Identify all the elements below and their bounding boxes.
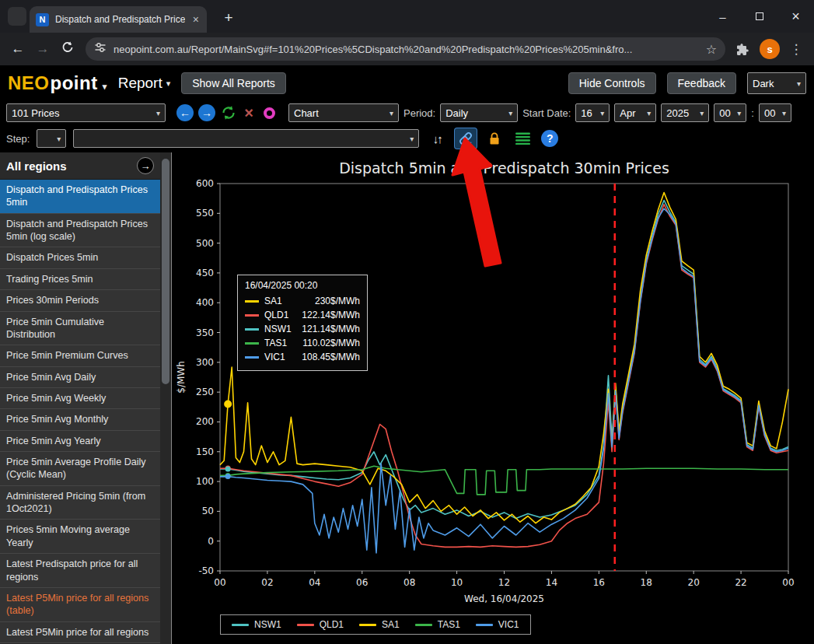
tooltip-row: QLD1122.14$/MWh: [245, 310, 360, 320]
sort-button[interactable]: ↓↑: [426, 128, 448, 149]
browser-menu-icon[interactable]: ⋮: [784, 41, 808, 58]
forward-icon[interactable]: →: [31, 41, 54, 57]
x-tick-label: 14: [546, 577, 557, 588]
expand-arrow-icon[interactable]: →: [137, 157, 154, 174]
maximize-icon[interactable]: [741, 0, 777, 33]
sidebar-item[interactable]: Latest Predispatch price for all regions: [0, 554, 160, 588]
sidebar-item[interactable]: Price 5min Avg Weekly: [0, 388, 160, 409]
sidebar-item[interactable]: Trading Prices 5min: [0, 269, 160, 290]
sidebar-item[interactable]: Latest P5Min price for all regions (tabl…: [0, 588, 160, 622]
scrollbar-thumb[interactable]: [162, 159, 169, 384]
show-all-reports-button[interactable]: Show All Reports: [181, 72, 286, 94]
legend-entry[interactable]: QLD1: [297, 619, 344, 630]
hover-marker-VIC1: [225, 474, 231, 479]
caret-icon: ▾: [782, 109, 786, 117]
step-select[interactable]: ▾: [37, 129, 66, 148]
refresh-button[interactable]: [220, 104, 237, 121]
feedback-button[interactable]: Feedback: [667, 72, 736, 94]
chart-area: 600550500450400350300250200150100500-500…: [171, 152, 814, 644]
sidebar-item[interactable]: Dispatch and Predispatch Prices 5min (lo…: [0, 214, 160, 248]
reload-icon[interactable]: [56, 40, 79, 58]
tab-close-icon[interactable]: ×: [191, 13, 201, 26]
legend-swatch: [359, 624, 376, 626]
caret-icon: ▾: [57, 135, 61, 143]
tooltip-row: TAS1110.02$/MWh: [245, 338, 360, 348]
sidebar-item[interactable]: Latest P5Min price for all regions: [0, 622, 160, 643]
start-month-value: Apr: [620, 107, 635, 119]
prev-report-button[interactable]: ←: [176, 104, 194, 121]
x-tick-label: 08: [404, 577, 415, 588]
theme-select[interactable]: Dark ▾: [747, 72, 806, 94]
sidebar-item[interactable]: Price 5min Cumulative Distribution: [0, 312, 160, 346]
legend-entry[interactable]: NSW1: [232, 619, 281, 630]
main-area: All regions → Dispatch and Predispatch P…: [0, 152, 814, 644]
lock-button[interactable]: [484, 128, 505, 149]
sidebar-item[interactable]: Price 5min Premium Curves: [0, 345, 160, 366]
start-day-select[interactable]: 16 ▾: [575, 103, 610, 122]
back-icon[interactable]: ←: [6, 41, 30, 57]
link-icon: [458, 131, 473, 146]
sidebar-item[interactable]: Dispatch Prices 5min: [0, 247, 160, 268]
next-icon: →: [201, 107, 212, 119]
next-report-button[interactable]: →: [198, 104, 215, 121]
bookmark-star-icon[interactable]: ☆: [706, 42, 717, 57]
y-tick-label: 400: [196, 297, 214, 308]
series-name: NSW1: [264, 324, 296, 334]
sidebar-scrollbar[interactable]: [160, 152, 171, 644]
hide-controls-button[interactable]: Hide Controls: [568, 72, 656, 94]
controls-row-2: Step: ▾ ▾ ↓↑ ?: [0, 124, 814, 152]
sidebar-item[interactable]: Price 5min Average Profile Daily (Cyclic…: [0, 452, 160, 486]
report-select[interactable]: 101 Prices ▾: [6, 103, 166, 122]
caret-icon: ▾: [647, 109, 651, 117]
x-tick-label: 22: [735, 577, 746, 588]
legend-entry[interactable]: TAS1: [415, 619, 460, 630]
view-select[interactable]: Chart ▾: [288, 103, 399, 122]
sidebar-item[interactable]: Dispatch and Predispatch Prices 5min: [0, 180, 160, 214]
sort-icon: ↓↑: [433, 132, 442, 145]
legend-entry[interactable]: SA1: [359, 619, 400, 630]
neopoint-logo[interactable]: NEOpoint ▾: [8, 72, 107, 94]
start-year-select[interactable]: 2025 ▾: [661, 103, 709, 122]
sidebar-item[interactable]: Price 5min Avg Daily: [0, 367, 160, 388]
profile-avatar[interactable]: s: [760, 39, 780, 59]
extensions-icon[interactable]: [732, 42, 755, 56]
report-menu[interactable]: Report ▾: [118, 75, 171, 92]
help-button[interactable]: ?: [541, 130, 558, 147]
series-filter-select[interactable]: ▾: [73, 129, 419, 148]
sidebar-group-all-regions[interactable]: All regions →: [0, 152, 160, 180]
sidebar-item[interactable]: Price 5min Avg Monthly: [0, 409, 160, 430]
x-tick-label: 10: [451, 577, 463, 588]
start-month-select[interactable]: Apr ▾: [614, 103, 656, 122]
period-select[interactable]: Daily ▾: [440, 103, 518, 122]
site-info-icon[interactable]: [94, 41, 107, 57]
window-controls: – ×: [704, 0, 814, 33]
record-button[interactable]: [260, 104, 278, 121]
cancel-button[interactable]: ×: [242, 104, 256, 122]
tooltip-row: NSW1121.14$/MWh: [245, 324, 360, 334]
legend-list-button[interactable]: [512, 128, 534, 149]
window-menu-icon[interactable]: [8, 7, 26, 26]
y-tick-label: 600: [196, 178, 214, 189]
sidebar-item[interactable]: Price 5min Avg Yearly: [0, 431, 160, 452]
series-swatch: [245, 328, 259, 331]
link-button[interactable]: [455, 128, 477, 149]
refresh-icon: [220, 104, 237, 121]
browser-tab[interactable]: N Dispatch and Predispatch Prices ×: [30, 6, 207, 33]
url-text: neopoint.com.au/Report/MainSvg#f=101%20P…: [114, 44, 699, 55]
close-icon[interactable]: ×: [777, 0, 814, 33]
sidebar-item[interactable]: Prices 5min Moving average Yearly: [0, 520, 160, 554]
start-hour-select[interactable]: 00 ▾: [714, 103, 746, 122]
minimize-icon[interactable]: –: [704, 0, 741, 33]
sidebar-item[interactable]: Prices 30min Periods: [0, 290, 160, 311]
price-chart[interactable]: 600550500450400350300250200150100500-500…: [172, 152, 814, 644]
y-tick-label: 300: [196, 357, 214, 368]
new-tab-button[interactable]: +: [219, 9, 238, 27]
legend-entry[interactable]: VIC1: [476, 619, 519, 630]
hover-marker-NSW1: [225, 466, 231, 471]
caret-icon: ▾: [410, 135, 414, 143]
address-bar[interactable]: neopoint.com.au/Report/MainSvg#f=101%20P…: [86, 37, 725, 61]
series-value: 230$/MWh: [304, 296, 360, 306]
start-minute-select[interactable]: 00 ▾: [759, 103, 791, 122]
sidebar-item[interactable]: Administered Pricing 5min (from 1Oct2021…: [0, 486, 160, 520]
y-tick-label: -50: [198, 565, 214, 576]
